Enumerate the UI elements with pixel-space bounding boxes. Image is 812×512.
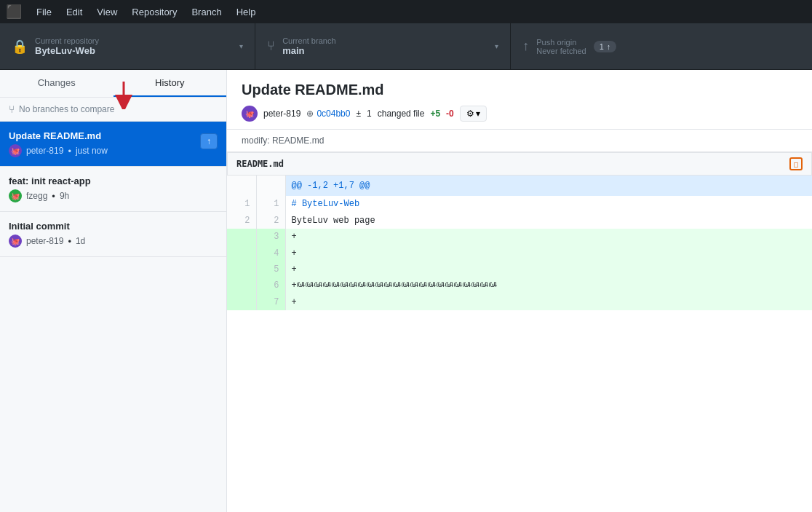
diff-line: 1 1 # ByteLuv-Web xyxy=(227,196,812,212)
commit-hash-value: 0c04bb0 xyxy=(317,109,350,119)
gear-icon: ⚙ xyxy=(466,109,474,119)
repo-label: Current repository xyxy=(35,36,99,45)
commit-header-title: Update README.md xyxy=(242,82,797,98)
commit-meta: 🐙 peter-819 • just now xyxy=(9,144,200,157)
menu-view[interactable]: View xyxy=(91,4,123,20)
author-avatar: 🐙 xyxy=(242,106,258,122)
new-line-num: 3 xyxy=(256,229,285,245)
commit-time: 1d xyxy=(76,236,85,246)
push-origin-section[interactable]: ↑ Push origin Never fetched 1 ↑ xyxy=(511,23,812,69)
hunk-old-num xyxy=(227,176,256,196)
branch-icon: ⑂ xyxy=(267,39,275,54)
branch-label: Current branch xyxy=(282,36,335,45)
commit-list: Update README.md 🐙 peter-819 • just now … xyxy=(0,122,226,512)
gear-chevron: ▾ xyxy=(476,109,480,119)
commit-header: Update README.md 🐙 peter-819 ⊕ 0c04bb0 ±… xyxy=(227,70,812,130)
hunk-header-row: @@ -1,2 +1,7 @@ xyxy=(227,176,812,196)
push-sublabel: Never fetched xyxy=(536,47,586,55)
diff-line-content: +ꦰꦰꦰꦰꦰꦰꦰꦰꦰꦰꦰꦰꦰꦰꦰꦰꦰꦰꦰꦰꦰꦰꦰ xyxy=(285,277,812,294)
new-line-num: 6 xyxy=(256,277,285,294)
diff-line-add: 3 + xyxy=(227,229,812,245)
new-line-num: 1 xyxy=(256,196,285,212)
old-line-num: 2 xyxy=(227,213,256,229)
old-line-num xyxy=(227,229,256,245)
diff-line: 2 2 ByteLuv web page xyxy=(227,213,812,229)
commit-time: just now xyxy=(76,146,108,156)
stat-plus: +5 xyxy=(430,109,440,119)
menu-edit[interactable]: Edit xyxy=(60,4,88,20)
branch-chevron-icon: ▾ xyxy=(495,42,498,50)
sidebar-tabs: Changes History xyxy=(0,70,226,98)
diff-area: modify: README.md README.md □ @@ -1,2 +1… xyxy=(227,130,812,512)
avatar: 🐙 xyxy=(9,235,22,248)
diff-line-content: ByteLuv web page xyxy=(285,213,812,229)
menu-repository[interactable]: Repository xyxy=(126,4,183,20)
commit-title: Update README.md xyxy=(9,130,200,141)
diff-line-add: 6 +ꦰꦰꦰꦰꦰꦰꦰꦰꦰꦰꦰꦰꦰꦰꦰꦰꦰꦰꦰꦰꦰꦰꦰ xyxy=(227,277,812,294)
content-area: Update README.md 🐙 peter-819 ⊕ 0c04bb0 ±… xyxy=(227,70,812,512)
diff-line-content: + xyxy=(285,294,812,310)
commit-item[interactable]: feat: init react-app 🐙 fzegg • 9h xyxy=(0,167,226,212)
current-branch-section[interactable]: ⑂ Current branch main ▾ xyxy=(255,23,511,69)
commit-author: peter-819 xyxy=(26,146,63,156)
avatar: 🐙 xyxy=(9,144,22,157)
avatar: 🐙 xyxy=(9,189,22,202)
tab-changes[interactable]: Changes xyxy=(0,70,114,97)
new-line-num: 7 xyxy=(256,294,285,310)
old-line-num xyxy=(227,261,256,277)
toolbar: 🔒 Current repository ByteLuv-Web ▾ ⑂ Cur… xyxy=(0,23,812,70)
badge-up-arrow: ↑ xyxy=(607,42,611,51)
commit-item[interactable]: Update README.md 🐙 peter-819 • just now … xyxy=(0,122,226,167)
commit-time: 9h xyxy=(60,191,69,201)
push-icon: ↑ xyxy=(522,39,529,54)
hunk-header-content: @@ -1,2 +1,7 @@ xyxy=(285,176,812,196)
diff-modify-message: modify: README.md xyxy=(227,130,812,152)
stat-minus: -0 xyxy=(446,109,454,119)
hash-merge-icon: ⊕ xyxy=(306,109,314,119)
branch-value: main xyxy=(282,45,335,56)
diff-file-header: README.md □ xyxy=(227,152,812,176)
changed-files-count: 1 xyxy=(367,109,372,119)
commit-meta: 🐙 peter-819 • 1d xyxy=(9,235,218,248)
commit-title: Initial commit xyxy=(9,221,218,232)
branch-compare-icon: ⑂ xyxy=(9,103,15,115)
old-line-num xyxy=(227,294,256,310)
commit-author: fzegg xyxy=(26,191,47,201)
commit-author-name: peter-819 xyxy=(263,109,300,119)
new-line-num: 5 xyxy=(256,261,285,277)
branch-compare-text: No branches to compare xyxy=(19,104,114,114)
commit-meta: 🐙 fzegg • 9h xyxy=(9,189,218,202)
menu-help[interactable]: Help xyxy=(231,4,262,20)
diff-file-icon: □ xyxy=(789,157,803,170)
tab-history[interactable]: History xyxy=(114,70,227,97)
push-commit-button[interactable]: ↑ xyxy=(200,133,218,149)
new-line-num: 2 xyxy=(256,213,285,229)
menu-branch[interactable]: Branch xyxy=(186,4,227,20)
lock-icon: 🔒 xyxy=(12,39,28,55)
diff-line-add: 5 + xyxy=(227,261,812,277)
new-line-num: 4 xyxy=(256,245,285,261)
changed-files-label: changed file xyxy=(378,109,425,119)
diff-settings-button[interactable]: ⚙ ▾ xyxy=(460,106,487,122)
repo-value: ByteLuv-Web xyxy=(35,45,99,56)
branch-compare-bar[interactable]: ⑂ No branches to compare xyxy=(0,98,226,122)
diff-line-content: # ByteLuv-Web xyxy=(285,196,812,212)
commit-hash: ⊕ 0c04bb0 xyxy=(306,109,350,119)
diff-line-add: 7 + xyxy=(227,294,812,310)
menu-bar: ⬛ File Edit View Repository Branch Help xyxy=(0,0,812,23)
diff-table: @@ -1,2 +1,7 @@ 1 1 # ByteLuv-Web 2 2 By… xyxy=(227,176,812,310)
repo-chevron-icon: ▾ xyxy=(239,42,243,50)
current-repository-section[interactable]: 🔒 Current repository ByteLuv-Web ▾ xyxy=(0,23,255,69)
diff-file-name: README.md xyxy=(236,159,784,169)
commit-header-meta: 🐙 peter-819 ⊕ 0c04bb0 ± 1 changed file +… xyxy=(242,106,797,122)
changed-files-separator: ± xyxy=(356,109,361,119)
commit-item[interactable]: Initial commit 🐙 peter-819 • 1d xyxy=(0,212,226,257)
push-label: Push origin xyxy=(536,38,586,47)
badge-count: 1 xyxy=(600,42,604,51)
old-line-num xyxy=(227,277,256,294)
menu-file[interactable]: File xyxy=(31,4,57,20)
commit-author: peter-819 xyxy=(26,236,63,246)
sidebar: Changes History ⑂ No branches to compare xyxy=(0,70,227,512)
push-btn-icon: ↑ xyxy=(207,136,211,146)
github-logo: ⬛ xyxy=(6,4,22,20)
